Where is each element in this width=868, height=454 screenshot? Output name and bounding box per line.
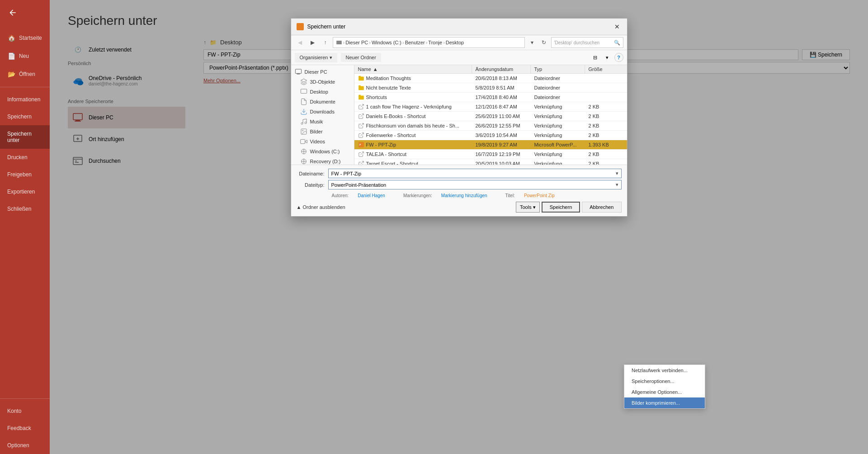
sidebar-item-konto[interactable]: Konto <box>0 402 50 420</box>
nav-item-recovery-d[interactable]: Recovery (D:) <box>291 156 354 165</box>
sidebar-item-neu-label: Neu <box>19 53 29 59</box>
file-row[interactable]: TALEJA - Shortcut 16/7/2019 12:19 PM Ver… <box>354 150 627 159</box>
nav-back-button[interactable]: ◀ <box>295 37 306 48</box>
dialog-cancel-button[interactable]: Abbrechen <box>582 202 621 213</box>
hide-folders-label: ▲ Ordner ausblenden <box>297 204 345 210</box>
svg-marker-19 <box>305 140 307 143</box>
dialog-bottom: Dateiname: ▾ Dateityp: PowerPoint-Präsen… <box>291 165 627 216</box>
dialog-filename-input[interactable] <box>331 171 616 176</box>
sidebar-item-speichern[interactable]: Speichern <box>0 108 50 125</box>
file-row[interactable]: PFW - PPT-Zip 19/8/2019 9:27 AM Microsof… <box>354 140 627 150</box>
nav-item-bilder[interactable]: Bilder <box>291 127 354 137</box>
new-folder-button[interactable]: Neuer Ordner <box>341 53 381 62</box>
file-row[interactable]: 1 cash flow The Hagenz - Verknüpfung 12/… <box>354 102 627 112</box>
filename-dropdown-icon[interactable]: ▾ <box>616 170 618 176</box>
breadcrumb-item-1 <box>336 39 342 46</box>
refresh-button[interactable]: ↻ <box>538 37 549 48</box>
dialog-title: Speichern unter <box>307 24 346 30</box>
view-details-button[interactable]: ▾ <box>602 52 613 63</box>
hide-folders-button[interactable]: ▲ Ordner ausblenden <box>297 204 345 210</box>
file-cell-date: 20/6/2018 8:13 AM <box>472 74 531 83</box>
col-header-type[interactable]: Typ <box>531 65 585 73</box>
col-header-date[interactable]: Änderungsdatum <box>472 65 531 73</box>
sidebar-item-drucken-label: Drucken <box>7 154 28 161</box>
search-box[interactable]: 'Desktop' durchsuchen 🔍 <box>551 37 623 48</box>
nav-item-downloads-label: Downloads <box>310 109 335 114</box>
sidebar-item-informationen[interactable]: Informationen <box>0 91 50 108</box>
sidebar-item-optionen[interactable]: Optionen <box>0 437 50 454</box>
sidebar-item-schliessen-label: Schließen <box>7 206 31 212</box>
svg-rect-20 <box>300 139 305 143</box>
file-cell-name: Flischkonsum von damals bis heute - Sh..… <box>354 121 472 130</box>
nav-item-downloads[interactable]: Downloads <box>291 107 354 117</box>
file-row[interactable]: Flischkonsum von damals bis heute - Sh..… <box>354 121 627 131</box>
nav-item-musik[interactable]: Musik <box>291 117 354 127</box>
file-row[interactable]: Daniels E-Books - Shortcut 25/6/2019 11:… <box>354 112 627 121</box>
file-cell-type: Verknüpfung <box>531 131 585 140</box>
filetype-dropdown-icon[interactable]: ▾ <box>616 182 618 188</box>
dropdown-item-bilder-komprimieren[interactable]: Bilder komprimieren... <box>624 397 705 408</box>
view-list-button[interactable]: ⊟ <box>590 52 601 63</box>
file-row[interactable]: Target Escort - Shortcut 20/5/2019 10:03… <box>354 159 627 165</box>
svg-rect-15 <box>297 74 300 74</box>
file-cell-name: 1 cash flow The Hagenz - Verknüpfung <box>354 102 472 111</box>
file-row[interactable]: Shortcuts 17/4/2018 8:40 AM Dateiordner <box>354 93 627 102</box>
sidebar-item-feedback[interactable]: Feedback <box>0 420 50 437</box>
authors-label: Autoren: <box>332 193 349 198</box>
dropdown-item-speicheroptionen[interactable]: Speicheroptionen... <box>624 376 705 387</box>
back-button[interactable] <box>4 4 22 22</box>
nav-item-dokumente[interactable]: Dokumente <box>291 97 354 107</box>
save-dialog: Speichern unter ✕ ◀ ▶ ↑ › Dieser PC › Wi… <box>291 18 627 217</box>
file-cell-size: 2 KB <box>585 112 621 121</box>
svg-text:P: P <box>359 143 361 146</box>
file-row[interactable]: Folienwerke - Shortcut 3/6/2019 10:54 AM… <box>354 131 627 140</box>
main-content: Speichern unter 🕐 Zuletzt verwendet Pers… <box>50 0 868 454</box>
nav-item-3d-objekte[interactable]: 3D-Objekte <box>291 77 354 87</box>
col-header-name[interactable]: Name ▲ <box>354 65 472 73</box>
file-cell-date: 16/7/2019 12:19 PM <box>472 150 531 159</box>
filename-input-wrapper: ▾ <box>328 169 622 178</box>
breadcrumb-tronje: Tronje <box>428 40 442 45</box>
sidebar-item-exportieren-label: Exportieren <box>7 189 35 195</box>
file-cell-name: Nicht benutzte Texte <box>354 83 472 92</box>
sidebar-item-drucken[interactable]: Drucken <box>0 149 50 166</box>
organize-button[interactable]: Organisieren ▾ <box>295 53 337 62</box>
sidebar-item-speichern-label: Speichern <box>7 114 32 120</box>
file-list: Name ▲ Änderungsdatum Typ Größe <box>354 65 627 165</box>
dropdown-item-netzlaufwerk[interactable]: Netzlaufwerk verbinden... <box>624 365 705 376</box>
sidebar-item-speichern-unter[interactable]: Speichern unter <box>0 125 50 149</box>
svg-line-30 <box>360 104 363 107</box>
authors-value: Daniel Hagen <box>358 193 385 198</box>
sidebar-item-startseite[interactable]: 🏠 Startseite <box>0 29 50 47</box>
file-cell-date: 12/1/2016 8:47 AM <box>472 102 531 111</box>
nav-item-windows-c[interactable]: Windows (C:) <box>291 147 354 156</box>
dropdown-item-allgemeine-optionen[interactable]: Allgemeine Optionen... <box>624 387 705 397</box>
sidebar-item-oeffnen[interactable]: 📂 Öffnen <box>0 65 50 83</box>
file-row[interactable]: Nicht benutzte Texte 5/8/2019 8:51 AM Da… <box>354 83 627 93</box>
file-cell-date: 17/4/2018 8:40 AM <box>472 93 531 102</box>
nav-up-button[interactable]: ↑ <box>320 37 331 48</box>
file-cell-size: 2 KB <box>585 159 621 165</box>
nav-item-videos[interactable]: Videos <box>291 137 354 147</box>
help-button[interactable]: ? <box>614 53 623 62</box>
tools-button[interactable]: Tools ▾ <box>516 202 539 212</box>
sidebar-item-schliessen[interactable]: Schließen <box>0 200 50 218</box>
file-cell-type: Verknüpfung <box>531 159 585 165</box>
nav-forward-button[interactable]: ▶ <box>307 37 318 48</box>
dialog-save-button[interactable]: Speichern <box>542 202 580 213</box>
breadcrumb-path[interactable]: › Dieser PC › Windows (C:) › Benutzer › … <box>333 37 525 48</box>
file-row[interactable]: Meditation Thoughts 20/6/2018 8:13 AM Da… <box>354 74 627 83</box>
dialog-title-icon <box>297 23 304 30</box>
home-icon: 🏠 <box>7 34 15 42</box>
sidebar-item-freigeben[interactable]: Freigeben <box>0 166 50 183</box>
sidebar-item-exportieren[interactable]: Exportieren <box>0 183 50 200</box>
file-cell-type: Verknüpfung <box>531 121 585 130</box>
nav-item-dieser-pc[interactable]: Dieser PC <box>291 67 354 77</box>
breadcrumb-dropdown-button[interactable]: ▾ <box>527 37 538 48</box>
nav-item-recovery-label: Recovery (D:) <box>310 159 341 164</box>
nav-item-desktop[interactable]: Desktop <box>291 87 354 97</box>
col-header-size[interactable]: Größe <box>585 65 621 73</box>
tags-value[interactable]: Markierung hinzufügen <box>441 193 487 198</box>
dialog-close-button[interactable]: ✕ <box>613 22 622 31</box>
sidebar-item-neu[interactable]: 📄 Neu <box>0 47 50 65</box>
